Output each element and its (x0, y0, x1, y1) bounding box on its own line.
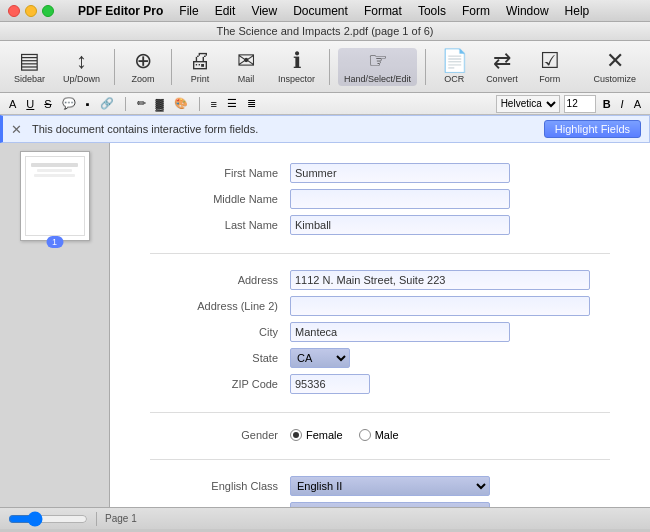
mail-button[interactable]: ✉ Mail (226, 48, 266, 86)
close-button[interactable] (8, 5, 20, 17)
info-close-btn[interactable]: ✕ (11, 122, 22, 137)
last-name-row: Last Name (150, 215, 610, 235)
print-icon: 🖨 (189, 50, 211, 72)
menu-form[interactable]: Form (462, 4, 490, 18)
gender-radio-group: Female Male (290, 429, 399, 441)
titlebar: The Science and Impacts 2.pdf (page 1 of… (0, 22, 650, 41)
mail-icon: ✉ (237, 50, 255, 72)
city-label: City (150, 326, 290, 338)
format-text-btn[interactable]: A (6, 98, 19, 110)
name-section: First Name Middle Name Last Name (150, 163, 610, 254)
print-button[interactable]: 🖨 Print (180, 48, 220, 86)
female-label: Female (306, 429, 343, 441)
comment-btn[interactable]: 💬 (59, 97, 79, 110)
bold-btn[interactable]: B (600, 98, 614, 110)
convert-button[interactable]: ⇄ Convert (480, 48, 524, 86)
menu-tools[interactable]: Tools (418, 4, 446, 18)
main-area: 1 First Name Middle Name Last Name Addre… (0, 143, 650, 507)
ocr-button[interactable]: 📄 OCR (434, 48, 474, 86)
menu-edit[interactable]: Edit (215, 4, 236, 18)
sep1 (114, 49, 115, 85)
traffic-lights (8, 5, 54, 17)
zoom-icon: ⊕ (134, 50, 152, 72)
male-label: Male (375, 429, 399, 441)
underline-btn[interactable]: U (23, 98, 37, 110)
menu-format[interactable]: Format (364, 4, 402, 18)
address-input[interactable] (290, 270, 590, 290)
color-btn[interactable]: 🎨 (171, 97, 191, 110)
updown-icon: ↕ (76, 50, 87, 72)
form-button[interactable]: ☑ Form (530, 48, 570, 86)
align-left-btn[interactable]: ≡ (208, 98, 220, 110)
info-message: This document contains interactive form … (32, 123, 258, 135)
font-select[interactable]: Helvetica (496, 95, 560, 113)
updown-button[interactable]: ↕ Up/Down (57, 48, 106, 86)
last-name-label: Last Name (150, 219, 290, 231)
middle-name-label: Middle Name (150, 193, 290, 205)
menu-document[interactable]: Document (293, 4, 348, 18)
middle-name-input[interactable] (290, 189, 510, 209)
page-info: Page 1 (105, 513, 137, 524)
sidebar-icon: ▤ (19, 50, 40, 72)
font-color-btn[interactable]: A (631, 98, 644, 110)
zip-row: ZIP Code (150, 374, 610, 394)
address2-label: Address (Line 2) (150, 300, 290, 312)
state-label: State (150, 352, 290, 364)
zoom-button[interactable]: ⊕ Zoom (123, 48, 163, 86)
inspector-button[interactable]: ℹ Inspector (272, 48, 321, 86)
hand-select-icon: ☞ (368, 50, 388, 72)
english-class-label: English Class (150, 480, 290, 492)
gender-label: Gender (150, 429, 290, 441)
gender-row: Gender Female Male (150, 429, 610, 441)
first-name-input[interactable] (290, 163, 510, 183)
middle-name-row: Middle Name (150, 189, 610, 209)
zoom-slider[interactable] (8, 514, 88, 524)
english-class-select[interactable]: English I English II English III English… (290, 476, 490, 496)
state-row: State CA NY TX (150, 348, 610, 368)
highlight-btn[interactable]: ▓ (153, 98, 167, 110)
redact-btn[interactable]: ▪ (83, 98, 93, 110)
font-size-input[interactable] (564, 95, 596, 113)
form-icon: ☑ (540, 50, 560, 72)
female-radio-circle[interactable] (290, 429, 302, 441)
minimize-button[interactable] (25, 5, 37, 17)
city-input[interactable] (290, 322, 510, 342)
customize-button[interactable]: ✕ Customize (587, 48, 642, 86)
format-bar: A U S 💬 ▪ 🔗 ✏ ▓ 🎨 ≡ ☰ ≣ Helvetica B I A (0, 93, 650, 115)
first-name-row: First Name (150, 163, 610, 183)
classes-section: English Class English I English II Engli… (150, 476, 610, 507)
ocr-icon: 📄 (441, 50, 468, 72)
format-sep (125, 97, 126, 111)
menu-window[interactable]: Window (506, 4, 549, 18)
convert-icon: ⇄ (493, 50, 511, 72)
female-radio[interactable]: Female (290, 429, 343, 441)
strikethrough-btn[interactable]: S (41, 98, 54, 110)
gender-section: Gender Female Male (150, 429, 610, 460)
menu-view[interactable]: View (251, 4, 277, 18)
hand-select-button[interactable]: ☞ Hand/Select/Edit (338, 48, 417, 86)
address-row: Address (150, 270, 610, 290)
zip-input[interactable] (290, 374, 370, 394)
page-thumbnail[interactable]: 1 (20, 151, 90, 241)
address2-input[interactable] (290, 296, 590, 316)
city-row: City (150, 322, 610, 342)
align-right-btn[interactable]: ≣ (244, 97, 259, 110)
math-class-select[interactable]: Algebra I Algebra II Geometry Calculus (290, 502, 490, 507)
toolbar: ▤ Sidebar ↕ Up/Down ⊕ Zoom 🖨 Print ✉ Mai… (0, 41, 650, 93)
menu-help[interactable]: Help (565, 4, 590, 18)
highlight-fields-button[interactable]: Highlight Fields (544, 120, 641, 138)
pen-btn[interactable]: ✏ (134, 97, 149, 110)
male-radio[interactable]: Male (359, 429, 399, 441)
page-badge: 1 (46, 236, 63, 248)
state-select[interactable]: CA NY TX (290, 348, 350, 368)
sidebar-button[interactable]: ▤ Sidebar (8, 48, 51, 86)
last-name-input[interactable] (290, 215, 510, 235)
maximize-button[interactable] (42, 5, 54, 17)
link-btn[interactable]: 🔗 (97, 97, 117, 110)
align-center-btn[interactable]: ☰ (224, 97, 240, 110)
address-section: Address Address (Line 2) City State CA N… (150, 270, 610, 413)
italic-btn[interactable]: I (618, 98, 627, 110)
menu-file[interactable]: File (179, 4, 198, 18)
math-class-label: Math Class (150, 506, 290, 507)
male-radio-circle[interactable] (359, 429, 371, 441)
